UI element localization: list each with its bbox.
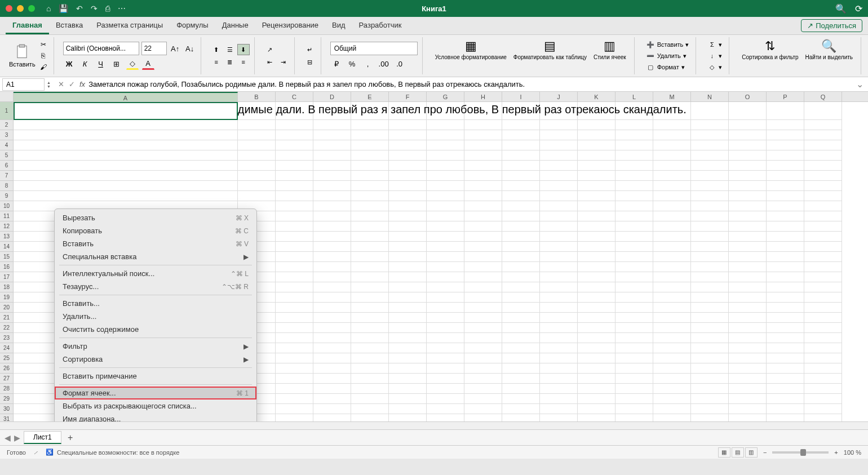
- cell[interactable]: [502, 171, 540, 181]
- cell[interactable]: [615, 171, 653, 181]
- cell[interactable]: [502, 161, 540, 171]
- cell[interactable]: [540, 374, 578, 384]
- cell[interactable]: [653, 150, 691, 161]
- cell[interactable]: [729, 414, 767, 421]
- ribbon-tab[interactable]: Разработчик: [352, 17, 409, 34]
- cell[interactable]: [804, 171, 842, 181]
- cell[interactable]: [804, 343, 842, 353]
- cell[interactable]: [615, 282, 653, 292]
- cell[interactable]: [578, 120, 615, 130]
- cell[interactable]: [351, 374, 389, 384]
- cell[interactable]: [691, 333, 729, 343]
- cell[interactable]: [351, 191, 389, 201]
- row-header[interactable]: 26: [0, 363, 14, 374]
- column-header[interactable]: E: [351, 92, 389, 101]
- cell[interactable]: [427, 201, 464, 211]
- row-header[interactable]: 17: [0, 272, 14, 282]
- cell[interactable]: [767, 394, 804, 404]
- cell[interactable]: [389, 272, 427, 282]
- cell[interactable]: [578, 221, 615, 232]
- cell[interactable]: [464, 120, 502, 130]
- cell[interactable]: [729, 181, 767, 191]
- row-header[interactable]: 15: [0, 252, 14, 262]
- cell[interactable]: [729, 171, 767, 181]
- cell[interactable]: [767, 353, 804, 363]
- cell[interactable]: [464, 282, 502, 292]
- cell[interactable]: [729, 363, 767, 374]
- cell[interactable]: [427, 353, 464, 363]
- cell[interactable]: [729, 333, 767, 343]
- cell[interactable]: [351, 272, 389, 282]
- sync-icon[interactable]: ⟳: [855, 3, 862, 14]
- cell[interactable]: [540, 211, 578, 221]
- cell[interactable]: [729, 374, 767, 384]
- cell[interactable]: [615, 333, 653, 343]
- cell[interactable]: [804, 262, 842, 272]
- cell[interactable]: [691, 150, 729, 161]
- cell[interactable]: [540, 140, 578, 150]
- cell[interactable]: [691, 252, 729, 262]
- cell[interactable]: [653, 242, 691, 252]
- cell[interactable]: [238, 150, 276, 161]
- cell[interactable]: [578, 414, 615, 421]
- cell[interactable]: [691, 404, 729, 414]
- row-header[interactable]: 16: [0, 262, 14, 272]
- cell[interactable]: [351, 313, 389, 323]
- cell[interactable]: [653, 140, 691, 150]
- align-top-icon[interactable]: ⬆: [210, 44, 223, 55]
- cell[interactable]: [540, 150, 578, 161]
- column-header[interactable]: B: [238, 92, 276, 101]
- context-menu-item[interactable]: Вставить...: [55, 297, 256, 310]
- ribbon-tab[interactable]: Разметка страницы: [90, 17, 170, 34]
- expand-formula-icon[interactable]: ⌄: [852, 79, 868, 90]
- cell[interactable]: [238, 161, 276, 171]
- cell[interactable]: [653, 333, 691, 343]
- normal-view-icon[interactable]: ▦: [718, 447, 730, 458]
- cell[interactable]: [464, 363, 502, 374]
- cell[interactable]: [502, 353, 540, 363]
- row-header[interactable]: 27: [0, 374, 14, 384]
- cell[interactable]: [464, 404, 502, 414]
- cell[interactable]: [804, 102, 842, 120]
- cell[interactable]: [313, 414, 351, 421]
- cell[interactable]: [427, 150, 464, 161]
- cell[interactable]: [276, 323, 313, 333]
- cell[interactable]: [502, 262, 540, 272]
- cell[interactable]: [276, 252, 313, 262]
- decrease-font-icon[interactable]: A↓: [184, 42, 196, 55]
- cell[interactable]: [427, 394, 464, 404]
- cell[interactable]: [540, 292, 578, 303]
- cell[interactable]: [729, 384, 767, 394]
- cell[interactable]: [276, 221, 313, 232]
- cell[interactable]: [464, 414, 502, 421]
- cell[interactable]: [804, 292, 842, 303]
- cell[interactable]: [578, 353, 615, 363]
- page-layout-view-icon[interactable]: ▤: [732, 447, 744, 458]
- cell[interactable]: [540, 232, 578, 242]
- cell[interactable]: [351, 343, 389, 353]
- cell[interactable]: [389, 414, 427, 421]
- next-sheet-icon[interactable]: ▶: [14, 433, 20, 442]
- cell[interactable]: [729, 292, 767, 303]
- cell[interactable]: [351, 394, 389, 404]
- cell[interactable]: [351, 201, 389, 211]
- cell-styles-button[interactable]: ▥Стили ячеек: [590, 37, 630, 74]
- cell[interactable]: [313, 242, 351, 252]
- cell[interactable]: [313, 140, 351, 150]
- cell[interactable]: [313, 394, 351, 404]
- cell[interactable]: [578, 404, 615, 414]
- cell[interactable]: [615, 211, 653, 221]
- cell[interactable]: [502, 292, 540, 303]
- cell[interactable]: [578, 130, 615, 140]
- cell[interactable]: [351, 292, 389, 303]
- cell[interactable]: [804, 120, 842, 130]
- cell[interactable]: [691, 313, 729, 323]
- cell[interactable]: [464, 171, 502, 181]
- home-icon[interactable]: ⌂: [46, 4, 51, 13]
- increase-indent-icon[interactable]: ⇥: [277, 56, 290, 68]
- cell[interactable]: [615, 161, 653, 171]
- cell[interactable]: [767, 272, 804, 282]
- cell[interactable]: [389, 171, 427, 181]
- cell[interactable]: [691, 343, 729, 353]
- cell[interactable]: [767, 201, 804, 211]
